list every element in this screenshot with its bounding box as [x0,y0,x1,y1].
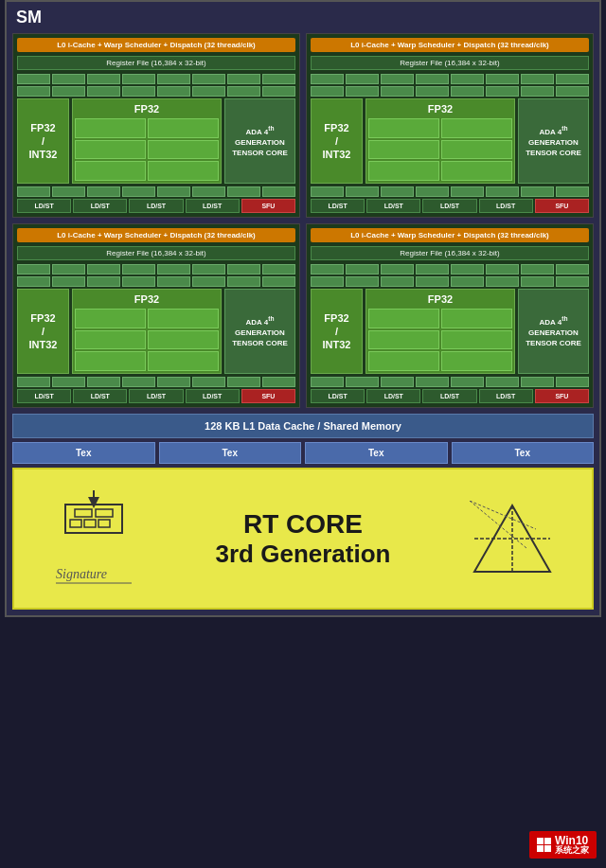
ldst-3-4: LD/ST [186,389,240,403]
rc [556,377,589,387]
reg-row-4b [311,276,589,287]
rc [122,86,155,97]
rc [486,86,519,97]
l1-cache: 128 KB L1 Data Cache / Shared Memory [12,414,594,438]
reg-row-4a [311,264,589,275]
rt-core-gen: 3rd Generation [164,540,443,569]
fp32-int32-4: FP32/INT32 [311,289,363,374]
rc [17,264,50,275]
rc [346,264,379,275]
rc [227,377,260,387]
fmc [441,140,512,160]
rc [381,74,414,84]
rc [122,74,155,84]
fp32-col-2: FP32 [365,98,515,184]
sfu-3: SFU [241,389,295,403]
fmc [368,161,439,181]
ldst-1-3: LD/ST [129,199,183,213]
fmc [441,351,512,371]
rc [556,86,589,97]
rc [381,276,414,287]
ldst-3-2: LD/ST [73,389,127,403]
ldst-2-3: LD/ST [422,199,476,213]
rc [87,74,120,84]
svg-rect-5 [98,520,110,527]
rc [17,276,50,287]
rc [381,186,414,197]
rc [262,377,295,387]
fp32-int32-1: FP32/INT32 [17,98,69,184]
rc [416,377,449,387]
fmc [441,309,512,328]
rc [122,264,155,275]
rc [416,74,449,84]
rc [311,264,344,275]
fp32-int32-2: FP32/INT32 [311,98,363,184]
ldst-1-2: LD/ST [73,199,127,213]
rc [192,86,225,97]
rc [521,186,554,197]
rc [346,377,379,387]
rc [17,186,50,197]
fmc [368,140,439,160]
reg-row-2c [311,186,589,197]
reg-row-3b [17,276,295,287]
fmc [148,309,219,328]
fp32-int32-label-3: FP32/INT32 [29,311,58,352]
rc [262,186,295,197]
tex-unit-3: Tex [305,442,448,464]
rc [556,74,589,84]
fp32-int32-label-1: FP32/INT32 [29,121,58,162]
rc [87,86,120,97]
rt-diagram-right [470,501,555,576]
warp-header-1: L0 i-Cache + Warp Scheduler + Dispatch (… [17,38,295,52]
fp32-col-3: FP32 [72,289,222,374]
win10-sublabel: 系统之家 [555,846,589,855]
quadrant-2: L0 i-Cache + Warp Scheduler + Dispatch (… [306,33,594,218]
rc [451,86,484,97]
rc [262,74,295,84]
rc [17,86,50,97]
reg-row-1a [17,74,295,84]
quadrant-4: L0 i-Cache + Warp Scheduler + Dispatch (… [306,223,594,408]
rc [122,276,155,287]
tensor-col-2: ADA 4thGENERATIONTENSOR CORE [518,98,589,184]
rc [52,276,85,287]
rc [486,264,519,275]
rc [87,264,120,275]
reg-file-1: Register File (16,384 x 32-bit) [17,56,295,70]
reg-row-3a [17,264,295,275]
rc [52,74,85,84]
rc [227,264,260,275]
rc [311,276,344,287]
tensor-col-4: ADA 4thGENERATIONTENSOR CORE [518,289,589,374]
rc [381,86,414,97]
rc [346,74,379,84]
rc [521,276,554,287]
rc [157,377,190,387]
rc [227,74,260,84]
rc [311,377,344,387]
rc [416,264,449,275]
bottom-units-4: LD/ST LD/ST LD/ST LD/ST SFU [311,389,589,403]
sfu-4: SFU [535,389,589,403]
rc [157,186,190,197]
rc [451,74,484,84]
tex-unit-4: Tex [452,442,595,464]
rt-core-text: RT CORE 3rd Generation [164,508,443,570]
tensor-label-2: ADA 4thGENERATIONTENSOR CORE [526,124,581,158]
svg-line-12 [470,501,526,548]
fmc [441,161,512,181]
fp32-label-3: FP32 [73,290,221,307]
tensor-label-3: ADA 4thGENERATIONTENSOR CORE [232,314,288,348]
tex-unit-2: Tex [159,442,302,464]
rc [227,186,260,197]
rc [192,377,225,387]
rc [451,276,484,287]
reg-row-1b [17,86,295,97]
warp-header-2: L0 i-Cache + Warp Scheduler + Dispatch (… [311,38,589,52]
fp32-int32-3: FP32/INT32 [17,289,69,374]
fmc [441,330,512,350]
ldst-1-4: LD/ST [186,199,240,213]
rc [416,186,449,197]
